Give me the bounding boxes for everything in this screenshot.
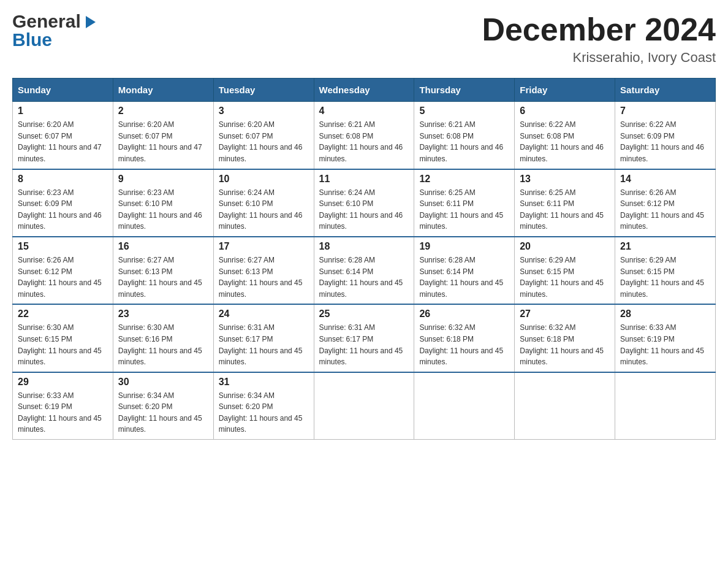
day-number: 21 xyxy=(620,241,710,252)
col-thursday: Thursday xyxy=(414,79,515,102)
day-number: 30 xyxy=(118,377,208,388)
day-info: Sunrise: 6:23 AMSunset: 6:09 PMDaylight:… xyxy=(18,187,108,232)
day-info: Sunrise: 6:31 AMSunset: 6:17 PMDaylight:… xyxy=(219,322,309,367)
calendar-cell: 1 Sunrise: 6:20 AMSunset: 6:07 PMDayligh… xyxy=(13,102,113,169)
title-section: December 2024 Krisserahio, Ivory Coast xyxy=(482,12,716,66)
day-info: Sunrise: 6:33 AMSunset: 6:19 PMDaylight:… xyxy=(620,322,710,367)
day-number: 27 xyxy=(520,308,610,320)
day-info: Sunrise: 6:28 AMSunset: 6:14 PMDaylight:… xyxy=(419,255,509,300)
day-info: Sunrise: 6:30 AMSunset: 6:16 PMDaylight:… xyxy=(118,322,208,367)
day-number: 9 xyxy=(118,174,208,185)
calendar-cell: 24 Sunrise: 6:31 AMSunset: 6:17 PMDaylig… xyxy=(213,304,314,372)
day-number: 15 xyxy=(18,241,108,252)
page-header: General Blue December 2024 Krisserahio, … xyxy=(12,12,716,66)
day-info: Sunrise: 6:22 AMSunset: 6:08 PMDaylight:… xyxy=(520,119,610,164)
col-saturday: Saturday xyxy=(615,79,716,102)
day-number: 12 xyxy=(419,174,509,185)
calendar-cell: 22 Sunrise: 6:30 AMSunset: 6:15 PMDaylig… xyxy=(13,304,113,372)
day-info: Sunrise: 6:30 AMSunset: 6:15 PMDaylight:… xyxy=(18,322,108,367)
day-number: 17 xyxy=(219,241,309,252)
calendar-cell: 9 Sunrise: 6:23 AMSunset: 6:10 PMDayligh… xyxy=(113,169,213,237)
day-number: 19 xyxy=(419,241,509,252)
day-info: Sunrise: 6:34 AMSunset: 6:20 PMDaylight:… xyxy=(219,390,309,435)
calendar-cell: 23 Sunrise: 6:30 AMSunset: 6:16 PMDaylig… xyxy=(113,304,213,372)
calendar-cell: 3 Sunrise: 6:20 AMSunset: 6:07 PMDayligh… xyxy=(213,102,314,169)
day-number: 31 xyxy=(219,377,309,388)
day-number: 5 xyxy=(419,105,509,117)
day-number: 24 xyxy=(219,308,309,320)
day-info: Sunrise: 6:22 AMSunset: 6:09 PMDaylight:… xyxy=(620,119,710,164)
calendar-body: 1 Sunrise: 6:20 AMSunset: 6:07 PMDayligh… xyxy=(13,102,716,440)
calendar-cell: 7 Sunrise: 6:22 AMSunset: 6:09 PMDayligh… xyxy=(615,102,716,169)
day-number: 26 xyxy=(419,308,509,320)
col-monday: Monday xyxy=(113,79,213,102)
calendar-cell: 15 Sunrise: 6:26 AMSunset: 6:12 PMDaylig… xyxy=(13,237,113,304)
calendar-cell: 27 Sunrise: 6:32 AMSunset: 6:18 PMDaylig… xyxy=(515,304,615,372)
day-number: 3 xyxy=(219,105,309,117)
day-number: 4 xyxy=(319,105,409,117)
calendar-cell: 30 Sunrise: 6:34 AMSunset: 6:20 PMDaylig… xyxy=(113,372,213,440)
calendar-cell: 31 Sunrise: 6:34 AMSunset: 6:20 PMDaylig… xyxy=(213,372,314,440)
day-number: 29 xyxy=(18,377,108,388)
calendar-cell xyxy=(414,372,515,440)
month-title: December 2024 xyxy=(482,12,716,47)
calendar-row: 1 Sunrise: 6:20 AMSunset: 6:07 PMDayligh… xyxy=(13,102,716,169)
col-friday: Friday xyxy=(515,79,615,102)
day-number: 7 xyxy=(620,105,710,117)
day-number: 25 xyxy=(319,308,409,320)
day-number: 23 xyxy=(118,308,208,320)
calendar-cell: 29 Sunrise: 6:33 AMSunset: 6:19 PMDaylig… xyxy=(13,372,113,440)
day-number: 22 xyxy=(18,308,108,320)
logo-general: General xyxy=(12,12,81,31)
day-number: 1 xyxy=(18,105,108,117)
day-info: Sunrise: 6:20 AMSunset: 6:07 PMDaylight:… xyxy=(18,119,108,164)
day-number: 6 xyxy=(520,105,610,117)
day-number: 2 xyxy=(118,105,208,117)
day-info: Sunrise: 6:26 AMSunset: 6:12 PMDaylight:… xyxy=(18,255,108,300)
day-info: Sunrise: 6:21 AMSunset: 6:08 PMDaylight:… xyxy=(419,119,509,164)
day-info: Sunrise: 6:28 AMSunset: 6:14 PMDaylight:… xyxy=(319,255,409,300)
col-sunday: Sunday xyxy=(13,79,113,102)
logo-blue: Blue xyxy=(12,29,52,50)
calendar-row: 8 Sunrise: 6:23 AMSunset: 6:09 PMDayligh… xyxy=(13,169,716,237)
calendar-table: Sunday Monday Tuesday Wednesday Thursday… xyxy=(12,78,716,440)
calendar-header: Sunday Monday Tuesday Wednesday Thursday… xyxy=(13,79,716,102)
calendar-cell: 16 Sunrise: 6:27 AMSunset: 6:13 PMDaylig… xyxy=(113,237,213,304)
day-info: Sunrise: 6:25 AMSunset: 6:11 PMDaylight:… xyxy=(520,187,610,232)
day-number: 18 xyxy=(319,241,409,252)
col-tuesday: Tuesday xyxy=(213,79,314,102)
calendar-cell: 17 Sunrise: 6:27 AMSunset: 6:13 PMDaylig… xyxy=(213,237,314,304)
calendar-row: 15 Sunrise: 6:26 AMSunset: 6:12 PMDaylig… xyxy=(13,237,716,304)
day-info: Sunrise: 6:20 AMSunset: 6:07 PMDaylight:… xyxy=(118,119,208,164)
day-info: Sunrise: 6:32 AMSunset: 6:18 PMDaylight:… xyxy=(520,322,610,367)
calendar-cell xyxy=(314,372,414,440)
day-info: Sunrise: 6:25 AMSunset: 6:11 PMDaylight:… xyxy=(419,187,509,232)
calendar-row: 22 Sunrise: 6:30 AMSunset: 6:15 PMDaylig… xyxy=(13,304,716,372)
calendar-row: 29 Sunrise: 6:33 AMSunset: 6:19 PMDaylig… xyxy=(13,372,716,440)
calendar-cell: 25 Sunrise: 6:31 AMSunset: 6:17 PMDaylig… xyxy=(314,304,414,372)
day-info: Sunrise: 6:26 AMSunset: 6:12 PMDaylight:… xyxy=(620,187,710,232)
day-info: Sunrise: 6:31 AMSunset: 6:17 PMDaylight:… xyxy=(319,322,409,367)
calendar-cell: 26 Sunrise: 6:32 AMSunset: 6:18 PMDaylig… xyxy=(414,304,515,372)
day-info: Sunrise: 6:32 AMSunset: 6:18 PMDaylight:… xyxy=(419,322,509,367)
day-info: Sunrise: 6:29 AMSunset: 6:15 PMDaylight:… xyxy=(620,255,710,300)
day-number: 8 xyxy=(18,174,108,185)
day-info: Sunrise: 6:24 AMSunset: 6:10 PMDaylight:… xyxy=(319,187,409,232)
day-number: 11 xyxy=(319,174,409,185)
col-wednesday: Wednesday xyxy=(314,79,414,102)
calendar-cell: 14 Sunrise: 6:26 AMSunset: 6:12 PMDaylig… xyxy=(615,169,716,237)
calendar-cell: 2 Sunrise: 6:20 AMSunset: 6:07 PMDayligh… xyxy=(113,102,213,169)
day-number: 28 xyxy=(620,308,710,320)
day-number: 14 xyxy=(620,174,710,185)
day-number: 16 xyxy=(118,241,208,252)
header-row: Sunday Monday Tuesday Wednesday Thursday… xyxy=(13,79,716,102)
calendar-cell: 20 Sunrise: 6:29 AMSunset: 6:15 PMDaylig… xyxy=(515,237,615,304)
day-number: 10 xyxy=(219,174,309,185)
day-info: Sunrise: 6:33 AMSunset: 6:19 PMDaylight:… xyxy=(18,390,108,435)
logo-arrow-icon xyxy=(82,13,99,31)
calendar-cell: 12 Sunrise: 6:25 AMSunset: 6:11 PMDaylig… xyxy=(414,169,515,237)
day-info: Sunrise: 6:20 AMSunset: 6:07 PMDaylight:… xyxy=(219,119,309,164)
calendar-cell: 21 Sunrise: 6:29 AMSunset: 6:15 PMDaylig… xyxy=(615,237,716,304)
calendar-cell xyxy=(615,372,716,440)
calendar-cell: 13 Sunrise: 6:25 AMSunset: 6:11 PMDaylig… xyxy=(515,169,615,237)
